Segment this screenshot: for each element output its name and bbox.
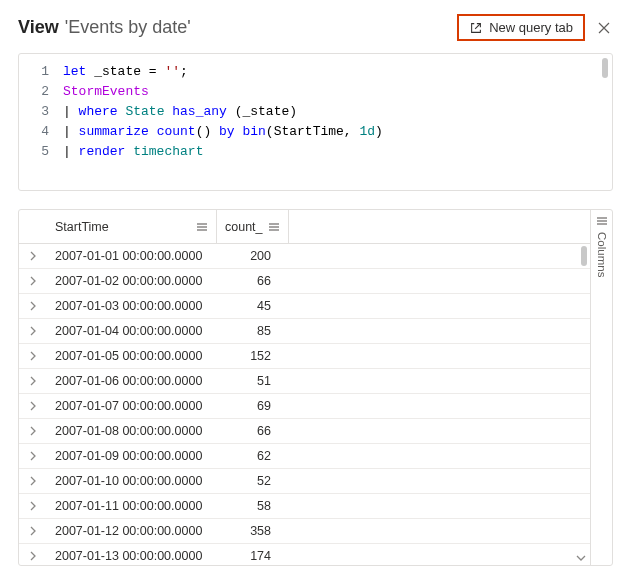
code-line: 5| render timechart — [19, 142, 612, 162]
cell-starttime: 2007-01-08 00:00:00.0000 — [47, 424, 217, 438]
open-external-icon — [469, 21, 483, 35]
row-expand-chevron[interactable] — [19, 376, 47, 386]
table-row[interactable]: 2007-01-09 00:00:00.000062 — [19, 444, 590, 469]
code-content: let _state = ''; — [63, 62, 188, 82]
column-header-count[interactable]: count_ — [217, 210, 289, 243]
row-expand-chevron[interactable] — [19, 451, 47, 461]
menu-icon[interactable] — [196, 222, 208, 232]
cell-starttime: 2007-01-05 00:00:00.0000 — [47, 349, 217, 363]
cell-count: 200 — [217, 249, 289, 263]
cell-count: 69 — [217, 399, 289, 413]
results-grid: StartTime count_ 2007-01-01 00:00:00.000… — [18, 209, 613, 566]
columns-side-label: Columns — [596, 232, 608, 277]
line-number: 4 — [19, 122, 63, 142]
cell-starttime: 2007-01-04 00:00:00.0000 — [47, 324, 217, 338]
row-expand-chevron[interactable] — [19, 501, 47, 511]
cell-count: 174 — [217, 549, 289, 563]
grid-vertical-scrollbar[interactable] — [581, 246, 587, 266]
title-block: View 'Events by date' — [18, 17, 457, 38]
cell-starttime: 2007-01-10 00:00:00.0000 — [47, 474, 217, 488]
cell-count: 85 — [217, 324, 289, 338]
row-expand-chevron[interactable] — [19, 426, 47, 436]
cell-starttime: 2007-01-03 00:00:00.0000 — [47, 299, 217, 313]
chevron-down-icon[interactable] — [576, 553, 586, 563]
line-number: 2 — [19, 82, 63, 102]
cell-count: 66 — [217, 424, 289, 438]
grid-header: StartTime count_ — [19, 210, 590, 244]
cell-starttime: 2007-01-09 00:00:00.0000 — [47, 449, 217, 463]
cell-starttime: 2007-01-02 00:00:00.0000 — [47, 274, 217, 288]
grid-body[interactable]: 2007-01-01 00:00:00.00002002007-01-02 00… — [19, 244, 590, 565]
cell-starttime: 2007-01-11 00:00:00.0000 — [47, 499, 217, 513]
cell-count: 66 — [217, 274, 289, 288]
row-expand-chevron[interactable] — [19, 551, 47, 561]
query-view-panel: View 'Events by date' New query tab 1let… — [0, 0, 631, 566]
code-content: StormEvents — [63, 82, 149, 102]
cell-count: 45 — [217, 299, 289, 313]
cell-count: 52 — [217, 474, 289, 488]
new-query-tab-label: New query tab — [489, 20, 573, 35]
table-row[interactable]: 2007-01-04 00:00:00.000085 — [19, 319, 590, 344]
cell-starttime: 2007-01-06 00:00:00.0000 — [47, 374, 217, 388]
cell-count: 51 — [217, 374, 289, 388]
cell-starttime: 2007-01-12 00:00:00.0000 — [47, 524, 217, 538]
table-row[interactable]: 2007-01-05 00:00:00.0000152 — [19, 344, 590, 369]
cell-count: 62 — [217, 449, 289, 463]
row-expand-chevron[interactable] — [19, 301, 47, 311]
code-content: | render timechart — [63, 142, 203, 162]
row-expand-chevron[interactable] — [19, 476, 47, 486]
table-row[interactable]: 2007-01-13 00:00:00.0000174 — [19, 544, 590, 565]
close-button[interactable] — [595, 19, 613, 37]
code-line: 3| where State has_any (_state) — [19, 102, 612, 122]
code-content: | summarize count() by bin(StartTime, 1d… — [63, 122, 383, 142]
line-number: 3 — [19, 102, 63, 122]
table-row[interactable]: 2007-01-12 00:00:00.0000358 — [19, 519, 590, 544]
new-query-tab-button[interactable]: New query tab — [457, 14, 585, 41]
column-label-count: count_ — [225, 220, 263, 234]
panel-header: View 'Events by date' New query tab — [18, 14, 613, 41]
expand-column-header — [19, 210, 47, 243]
line-number: 5 — [19, 142, 63, 162]
table-row[interactable]: 2007-01-08 00:00:00.000066 — [19, 419, 590, 444]
table-row[interactable]: 2007-01-06 00:00:00.000051 — [19, 369, 590, 394]
cell-count: 58 — [217, 499, 289, 513]
row-expand-chevron[interactable] — [19, 326, 47, 336]
query-name: 'Events by date' — [65, 17, 191, 38]
line-number: 1 — [19, 62, 63, 82]
table-row[interactable]: 2007-01-01 00:00:00.0000200 — [19, 244, 590, 269]
row-expand-chevron[interactable] — [19, 401, 47, 411]
code-content: | where State has_any (_state) — [63, 102, 297, 122]
cell-count: 152 — [217, 349, 289, 363]
table-row[interactable]: 2007-01-11 00:00:00.000058 — [19, 494, 590, 519]
column-label-starttime: StartTime — [55, 220, 109, 234]
menu-icon[interactable] — [268, 222, 280, 232]
table-row[interactable]: 2007-01-03 00:00:00.000045 — [19, 294, 590, 319]
row-expand-chevron[interactable] — [19, 276, 47, 286]
table-row[interactable]: 2007-01-02 00:00:00.000066 — [19, 269, 590, 294]
row-expand-chevron[interactable] — [19, 526, 47, 536]
cell-starttime: 2007-01-07 00:00:00.0000 — [47, 399, 217, 413]
row-expand-chevron[interactable] — [19, 251, 47, 261]
cell-count: 358 — [217, 524, 289, 538]
table-row[interactable]: 2007-01-10 00:00:00.000052 — [19, 469, 590, 494]
table-row[interactable]: 2007-01-07 00:00:00.000069 — [19, 394, 590, 419]
code-line: 4| summarize count() by bin(StartTime, 1… — [19, 122, 612, 142]
cell-starttime: 2007-01-13 00:00:00.0000 — [47, 549, 217, 563]
editor-scrollbar[interactable] — [602, 58, 608, 78]
menu-icon — [596, 216, 608, 226]
code-line: 1let _state = ''; — [19, 62, 612, 82]
page-title: View — [18, 17, 59, 38]
column-header-starttime[interactable]: StartTime — [47, 210, 217, 243]
row-expand-chevron[interactable] — [19, 351, 47, 361]
code-editor[interactable]: 1let _state = '';2StormEvents3| where St… — [18, 53, 613, 191]
columns-side-tab[interactable]: Columns — [590, 210, 612, 565]
code-line: 2StormEvents — [19, 82, 612, 102]
cell-starttime: 2007-01-01 00:00:00.0000 — [47, 249, 217, 263]
